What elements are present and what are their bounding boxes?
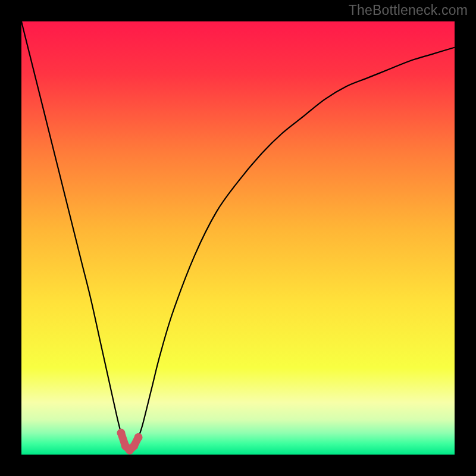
optimal-point-marker [130, 441, 138, 450]
optimal-point-marker [134, 433, 143, 441]
chart-frame: TheBottleneck.com [0, 0, 476, 476]
optimal-point-marker [117, 429, 125, 437]
gradient-background [21, 21, 455, 455]
watermark-text: TheBottleneck.com [349, 2, 468, 18]
plot-area [21, 21, 455, 455]
bottleneck-curve-chart [21, 21, 455, 455]
